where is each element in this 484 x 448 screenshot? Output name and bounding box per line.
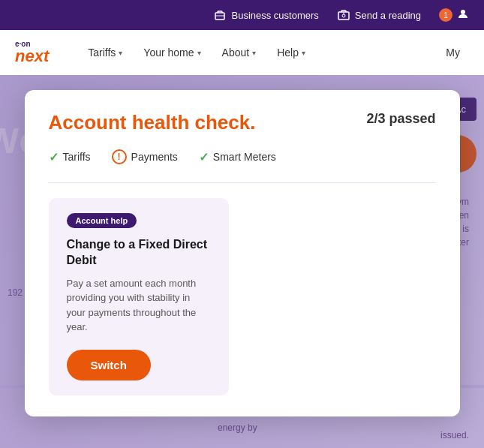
modal-score: 2/3 passed xyxy=(366,111,435,127)
business-customers-link[interactable]: Business customers xyxy=(213,8,318,22)
card-badge: Account help xyxy=(67,213,137,228)
logo: e·on next xyxy=(15,41,49,65)
tariffs-chevron-icon: ▾ xyxy=(119,49,122,57)
check-tariffs-label: Tariffs xyxy=(63,151,91,163)
send-reading-link[interactable]: Send a reading xyxy=(337,8,421,22)
send-reading-label: Send a reading xyxy=(355,10,421,21)
nav-your-home-label: Your home xyxy=(143,47,194,59)
check-smart-meters-pass-icon: ✓ xyxy=(199,150,209,164)
logo-next-text: next xyxy=(15,48,49,65)
check-smart-meters-label: Smart Meters xyxy=(213,151,276,163)
nav-help[interactable]: Help ▾ xyxy=(268,41,314,65)
page-background: Wc 192 G... Ac t paympaymenment iss afte… xyxy=(0,75,484,448)
nav-items: Tariffs ▾ Your home ▾ About ▾ Help ▾ My xyxy=(79,41,469,65)
modal-header: Account health check. 2/3 passed xyxy=(49,111,436,134)
main-nav: e·on next Tariffs ▾ Your home ▾ About ▾ … xyxy=(0,30,484,75)
your-home-chevron-icon: ▾ xyxy=(197,49,201,57)
modal-divider xyxy=(49,182,436,183)
utility-bar: Business customers Send a reading 1 xyxy=(0,0,484,30)
about-chevron-icon: ▾ xyxy=(252,49,256,57)
card-title: Change to a Fixed Direct Debit xyxy=(67,237,211,269)
check-payments: ! Payments xyxy=(112,149,178,164)
notification-badge[interactable]: 1 xyxy=(439,8,452,22)
nav-my-label: My xyxy=(446,47,460,59)
nav-your-home[interactable]: Your home ▾ xyxy=(134,41,209,65)
check-items-row: ✓ Tariffs ! Payments ✓ Smart Meters xyxy=(49,149,436,164)
check-payments-label: Payments xyxy=(131,151,178,163)
card-description: Pay a set amount each month providing yo… xyxy=(67,276,211,335)
business-customers-label: Business customers xyxy=(231,10,318,21)
check-tariffs-pass-icon: ✓ xyxy=(49,150,59,164)
switch-button[interactable]: Switch xyxy=(67,350,151,380)
nav-my[interactable]: My xyxy=(437,41,469,65)
svg-point-5 xyxy=(461,10,465,14)
nav-about-label: About xyxy=(222,47,250,59)
nav-tariffs-label: Tariffs xyxy=(88,47,116,59)
briefcase-icon xyxy=(213,8,227,22)
profile-icon xyxy=(457,8,469,23)
action-card: Account help Change to a Fixed Direct De… xyxy=(49,198,229,395)
check-tariffs: ✓ Tariffs xyxy=(49,149,91,164)
health-check-modal: Account health check. 2/3 passed ✓ Tarif… xyxy=(25,90,460,416)
help-chevron-icon: ▾ xyxy=(302,49,305,57)
modal-title: Account health check. xyxy=(49,111,256,134)
nav-tariffs[interactable]: Tariffs ▾ xyxy=(79,41,131,65)
check-payments-warn-icon: ! xyxy=(112,149,127,164)
check-smart-meters: ✓ Smart Meters xyxy=(199,149,276,164)
nav-about[interactable]: About ▾ xyxy=(213,41,266,65)
svg-point-3 xyxy=(342,14,345,17)
nav-help-label: Help xyxy=(277,47,299,59)
meter-icon xyxy=(337,8,350,22)
notification-area[interactable]: 1 xyxy=(439,8,469,23)
